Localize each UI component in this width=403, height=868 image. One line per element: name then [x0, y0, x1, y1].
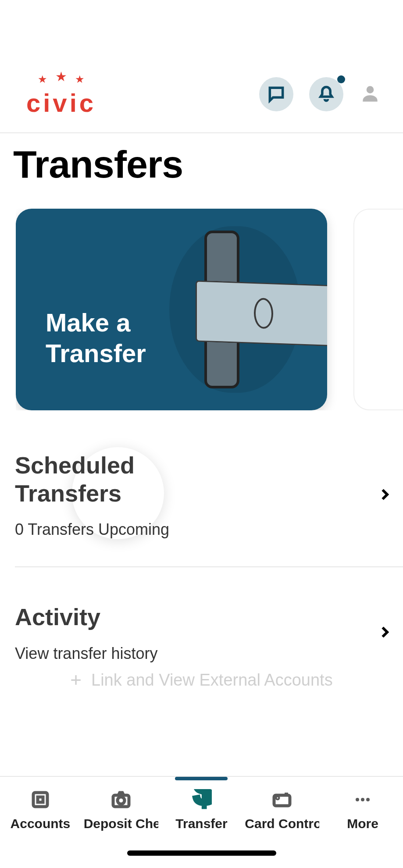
header-divider	[0, 132, 403, 133]
active-indicator	[175, 777, 228, 780]
messages-button[interactable]	[259, 77, 293, 111]
money-phone-illustration	[134, 226, 327, 393]
notifications-button[interactable]	[309, 77, 343, 111]
nav-card-controls[interactable]: Card Controls	[242, 789, 322, 831]
chat-icon	[267, 85, 286, 104]
activity-title: Activity	[15, 603, 157, 631]
nav-deposit-check[interactable]: Deposit Check	[81, 789, 161, 831]
scheduled-title-2: Transfers	[15, 480, 121, 506]
profile-button[interactable]	[359, 82, 381, 106]
svg-point-10	[356, 798, 359, 801]
chevron-right-icon	[377, 624, 392, 642]
svg-rect-3	[33, 793, 47, 807]
accounts-icon	[30, 789, 51, 810]
make-transfer-label-2: Transfer	[46, 339, 146, 367]
add-account-card[interactable]: Add Account	[353, 209, 403, 410]
card-controls-icon	[271, 789, 292, 810]
make-transfer-label-1: Make a	[46, 308, 130, 337]
transfer-icon: $	[191, 789, 212, 810]
svg-point-9	[277, 797, 278, 799]
more-icon	[352, 789, 373, 810]
svg-point-0	[367, 86, 374, 93]
svg-point-11	[361, 798, 364, 801]
make-transfer-card[interactable]: Make a Transfer	[16, 209, 327, 410]
nav-accounts[interactable]: Accounts	[0, 789, 81, 831]
notification-dot-icon	[337, 75, 345, 83]
section-divider	[15, 566, 403, 567]
nav-transfer[interactable]: $ Transfer	[161, 789, 242, 831]
activity-subtitle: View transfer history	[15, 644, 157, 663]
scheduled-subtitle: 0 Transfers Upcoming	[15, 520, 169, 539]
svg-point-12	[366, 798, 370, 801]
link-external-label: Link and View External Accounts	[91, 671, 333, 690]
scheduled-title-1: Scheduled	[15, 452, 135, 478]
bell-icon	[317, 85, 336, 104]
home-indicator[interactable]	[127, 850, 276, 856]
person-icon	[359, 82, 381, 104]
link-external-accounts-ghost: + Link and View External Accounts	[0, 669, 403, 691]
svg-rect-4	[38, 797, 43, 802]
brand-logo: ★★★ civic	[26, 73, 96, 116]
page-title: Transfers	[13, 142, 183, 187]
transfer-cards-carousel[interactable]: Make a Transfer Add Account	[16, 209, 403, 410]
svg-point-6	[118, 797, 125, 804]
plus-icon: +	[70, 669, 82, 691]
activity-row[interactable]: Activity View transfer history	[15, 603, 392, 663]
chevron-right-icon	[377, 487, 392, 504]
brand-name: civic	[26, 90, 96, 116]
scheduled-transfers-row[interactable]: Scheduled Transfers 0 Transfers Upcoming	[15, 452, 392, 539]
nav-more[interactable]: More	[322, 789, 403, 831]
app-header: ★★★ civic	[0, 55, 403, 134]
camera-icon	[111, 789, 132, 810]
